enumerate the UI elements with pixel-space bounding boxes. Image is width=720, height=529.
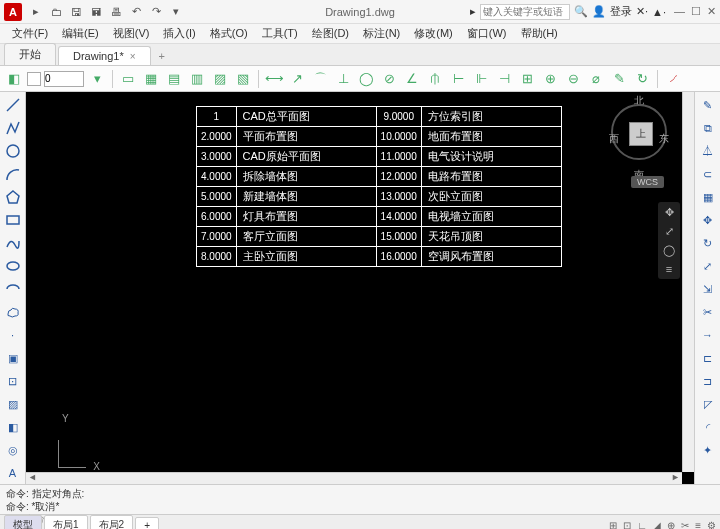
status-tab-layout2[interactable]: 布局2	[90, 515, 134, 529]
text-icon[interactable]: A	[4, 464, 22, 482]
join-icon[interactable]: ⊐	[699, 372, 717, 390]
dim-space-icon[interactable]: ⊩	[471, 69, 491, 89]
extend-icon[interactable]: →	[699, 326, 717, 344]
help-icon[interactable]: ▲·	[652, 6, 666, 18]
maximize-icon[interactable]: ☐	[691, 5, 701, 18]
line-icon[interactable]	[4, 96, 22, 114]
center-mark-icon[interactable]: ⊕	[540, 69, 560, 89]
edit-icon[interactable]: ✎	[609, 69, 629, 89]
redo-icon[interactable]: ↷	[148, 4, 164, 20]
break-icon[interactable]: ⊏	[699, 349, 717, 367]
status-tab-add[interactable]: +	[135, 517, 159, 530]
layer-drop-icon[interactable]: ▾	[87, 69, 107, 89]
menu-draw[interactable]: 绘图(D)	[306, 26, 355, 41]
minimize-icon[interactable]: —	[674, 5, 685, 18]
offset-icon[interactable]: ⊂	[699, 165, 717, 183]
dim-ordinate-icon[interactable]: ⊥	[333, 69, 353, 89]
explode-icon[interactable]: ✦	[699, 441, 717, 459]
dim-arc-icon[interactable]: ⌒	[310, 69, 330, 89]
menu-file[interactable]: 文件(F)	[6, 26, 54, 41]
search-input[interactable]	[480, 4, 570, 20]
open-icon[interactable]: 🗀	[48, 4, 64, 20]
scale-icon[interactable]: ⤢	[699, 257, 717, 275]
point-icon[interactable]: ⊡	[4, 372, 22, 390]
tool-icon[interactable]: ▤	[164, 69, 184, 89]
tab-start[interactable]: 开始	[4, 43, 56, 65]
layer-color-icon[interactable]	[27, 72, 41, 86]
stretch-icon[interactable]: ⇲	[699, 280, 717, 298]
tool-icon[interactable]: ▭	[118, 69, 138, 89]
tab-add-icon[interactable]: +	[153, 47, 171, 65]
region-icon[interactable]: ◎	[4, 441, 22, 459]
tolerance-icon[interactable]: ⊞	[517, 69, 537, 89]
new-icon[interactable]: ▸	[28, 4, 44, 20]
polyline-icon[interactable]	[4, 119, 22, 137]
exchange-icon[interactable]: ✕·	[636, 5, 648, 18]
tool-icon[interactable]: ▥	[187, 69, 207, 89]
status-tab-layout1[interactable]: 布局1	[44, 515, 88, 529]
dim-break-icon[interactable]: ⊣	[494, 69, 514, 89]
saveas-icon[interactable]: 🖬	[88, 4, 104, 20]
menu-tools[interactable]: 工具(T)	[256, 26, 304, 41]
tool-icon[interactable]: ▦	[141, 69, 161, 89]
menu-edit[interactable]: 编辑(E)	[56, 26, 105, 41]
close-icon[interactable]: ✕	[707, 5, 716, 18]
revcloud-icon[interactable]	[4, 303, 22, 321]
save-icon[interactable]: 🖫	[68, 4, 84, 20]
block-icon[interactable]: ▣	[4, 349, 22, 367]
search-icon[interactable]: 🔍	[574, 5, 588, 18]
horizontal-scrollbar[interactable]	[26, 472, 682, 484]
menu-view[interactable]: 视图(V)	[107, 26, 156, 41]
menu-insert[interactable]: 插入(I)	[157, 26, 201, 41]
ellipse-arc-icon[interactable]	[4, 280, 22, 298]
status-tab-model[interactable]: 模型	[4, 515, 42, 529]
view-cube[interactable]: 北 西 上 东 南	[604, 98, 674, 168]
fillet-icon[interactable]: ◜	[699, 418, 717, 436]
spline-icon[interactable]	[4, 234, 22, 252]
zoom-icon[interactable]: ⤢	[665, 225, 674, 238]
status-icon[interactable]: ⊞	[609, 520, 617, 530]
tool-icon[interactable]: ▧	[233, 69, 253, 89]
gradient-icon[interactable]: ◧	[4, 418, 22, 436]
menu-format[interactable]: 格式(O)	[204, 26, 254, 41]
dim-radius-icon[interactable]: ◯	[356, 69, 376, 89]
array-icon[interactable]: ▦	[699, 188, 717, 206]
tab-drawing[interactable]: Drawing1*×	[58, 46, 151, 65]
ellipse-icon[interactable]	[4, 257, 22, 275]
move-icon[interactable]: ✥	[699, 211, 717, 229]
arc-icon[interactable]	[4, 165, 22, 183]
vertical-scrollbar[interactable]	[682, 92, 694, 472]
polygon-icon[interactable]	[4, 188, 22, 206]
tool-icon[interactable]: ▨	[210, 69, 230, 89]
menu-dimension[interactable]: 标注(N)	[357, 26, 406, 41]
menu-window[interactable]: 窗口(W)	[461, 26, 513, 41]
wcs-badge[interactable]: WCS	[631, 176, 664, 188]
status-icon[interactable]: ✂	[681, 520, 689, 530]
inspect-icon[interactable]: ⊖	[563, 69, 583, 89]
dim-continue-icon[interactable]: ⊢	[448, 69, 468, 89]
trim-icon[interactable]: ✂	[699, 303, 717, 321]
dim-linear-icon[interactable]: ⟷	[264, 69, 284, 89]
wheel-icon[interactable]: ≡	[666, 263, 672, 275]
status-icon[interactable]: ⊡	[623, 520, 631, 530]
jog-icon[interactable]: ⌀	[586, 69, 606, 89]
hatch-icon[interactable]: ▨	[4, 395, 22, 413]
express-icon[interactable]: ⟋	[663, 69, 683, 89]
rectangle-icon[interactable]	[4, 211, 22, 229]
circle-icon[interactable]	[4, 142, 22, 160]
dim-diameter-icon[interactable]: ⊘	[379, 69, 399, 89]
menu-modify[interactable]: 修改(M)	[408, 26, 459, 41]
tab-close-icon[interactable]: ×	[130, 51, 136, 62]
command-line[interactable]: 命令: 指定对角点: 命令: *取消* ▸ 键入命令	[0, 484, 720, 514]
dropdown-icon[interactable]: ▾	[168, 4, 184, 20]
status-icon[interactable]: ∟	[637, 520, 647, 530]
pan-icon[interactable]: ✥	[665, 206, 674, 219]
drawing-canvas[interactable]: 北 西 上 东 南 WCS ✥ ⤢ ◯ ≡ 1CAD总平面图9.0000方位索引…	[26, 92, 694, 484]
layer-input[interactable]	[44, 71, 84, 87]
copy-icon[interactable]: ⧉	[699, 119, 717, 137]
undo-icon[interactable]: ↶	[128, 4, 144, 20]
dim-aligned-icon[interactable]: ↗	[287, 69, 307, 89]
update-icon[interactable]: ↻	[632, 69, 652, 89]
dot-icon[interactable]: ·	[4, 326, 22, 344]
chamfer-icon[interactable]: ◸	[699, 395, 717, 413]
